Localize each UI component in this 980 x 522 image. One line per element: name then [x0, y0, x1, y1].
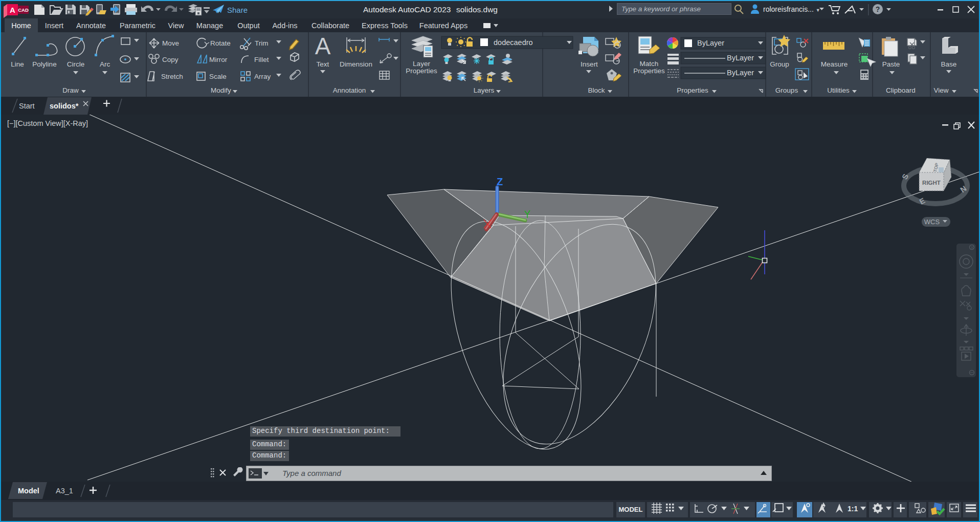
svg-text:Match: Match [640, 60, 659, 68]
svg-text:Arc: Arc [100, 60, 110, 68]
svg-text:Dimension: Dimension [340, 60, 372, 68]
svg-text:Clipboard: Clipboard [886, 86, 916, 94]
svg-text:Line: Line [11, 60, 24, 68]
svg-text:Groups: Groups [775, 86, 798, 94]
svg-text:Paste: Paste [882, 60, 900, 68]
svg-text:Draw: Draw [62, 86, 79, 94]
svg-text:Fillet: Fillet [254, 56, 269, 63]
svg-text:solidos*: solidos* [50, 102, 79, 110]
svg-text:1:1: 1:1 [848, 505, 858, 513]
svg-text:Scale: Scale [209, 73, 227, 80]
svg-text:WCS: WCS [924, 218, 940, 226]
svg-text:Modify: Modify [211, 86, 231, 94]
svg-text:Circle: Circle [67, 60, 85, 68]
svg-text:A3_1: A3_1 [56, 487, 73, 495]
svg-text:Block: Block [588, 86, 605, 94]
svg-text:?: ? [876, 5, 880, 13]
svg-text:Model: Model [18, 487, 39, 495]
svg-text:View: View [933, 86, 948, 94]
svg-text:Text: Text [317, 60, 329, 68]
svg-text:RIGHT: RIGHT [922, 180, 941, 186]
svg-text:Utilities: Utilities [827, 86, 850, 94]
svg-text:Start: Start [19, 102, 35, 110]
svg-text:Polyline: Polyline [32, 60, 56, 68]
svg-text:Properties: Properties [677, 86, 708, 94]
svg-text:Stretch: Stretch [161, 73, 183, 80]
svg-text:Copy: Copy [162, 56, 179, 63]
svg-text:Base: Base [941, 60, 957, 68]
svg-text:Layers: Layers [474, 86, 495, 94]
svg-text:Properties: Properties [633, 67, 665, 75]
svg-text:A: A [315, 33, 331, 59]
svg-text:Type a command: Type a command [282, 469, 341, 477]
svg-text:Annotation: Annotation [333, 86, 366, 94]
svg-text:ByLayer: ByLayer [727, 54, 754, 62]
svg-text:Trim: Trim [255, 39, 269, 47]
svg-text:Move: Move [162, 39, 179, 47]
svg-text:Measure: Measure [821, 60, 848, 68]
svg-text:Mirror: Mirror [209, 56, 228, 63]
svg-text:CAD: CAD [18, 7, 29, 13]
svg-text:ByLayer: ByLayer [727, 69, 754, 77]
svg-text:Group: Group [770, 60, 789, 68]
svg-text:A: A [10, 6, 15, 14]
svg-text:dodecaedro: dodecaedro [494, 38, 533, 47]
svg-text:Layer: Layer [413, 60, 430, 68]
svg-text:[−][Custom View][X-Ray]: [−][Custom View][X-Ray] [7, 119, 88, 127]
svg-text:Insert: Insert [581, 60, 598, 68]
svg-text:Array: Array [254, 73, 271, 80]
svg-text:Rotate: Rotate [210, 39, 231, 47]
svg-text:Properties: Properties [406, 67, 437, 75]
svg-text:ByLayer: ByLayer [697, 39, 724, 47]
svg-text:Share: Share [227, 6, 248, 14]
